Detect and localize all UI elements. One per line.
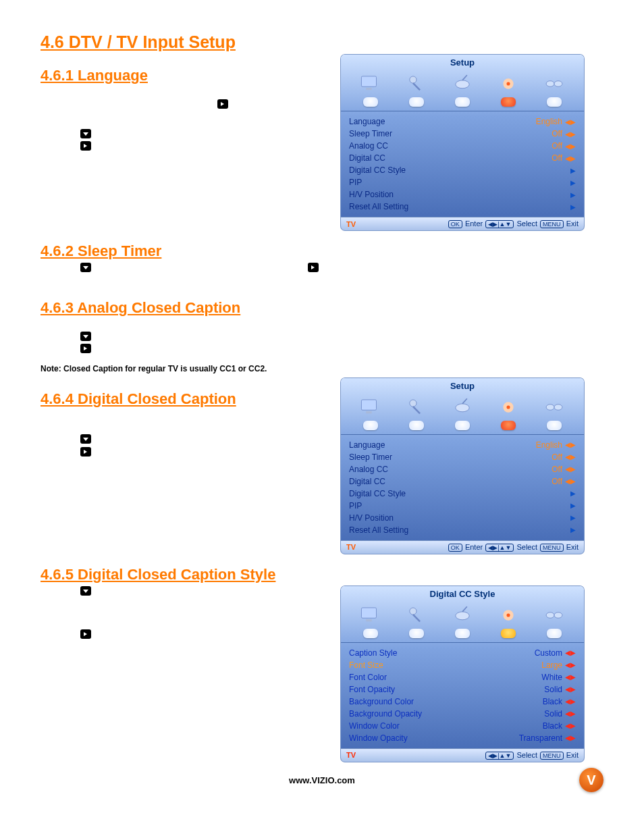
- heading-4-6-1: 4.6.1 Language: [41, 67, 331, 84]
- osd-row-value: Black: [522, 721, 562, 731]
- osd-setup-menu: Setup Language English ◀▶ Sleep Timer Of…: [341, 55, 584, 230]
- osd-title: Setup: [341, 55, 584, 69]
- svg-point-17: [554, 405, 562, 411]
- osd-row-label: Digital CC Style: [349, 165, 522, 175]
- down-arrow-icon: [80, 129, 91, 138]
- paragraph: Press the button to highlight the Sleep …: [41, 263, 603, 287]
- svg-rect-10: [366, 411, 372, 413]
- down-arrow-icon: [80, 586, 91, 596]
- satellite-icon: [449, 72, 476, 96]
- osd-row-value: English: [522, 117, 562, 126]
- osd-row-value: Black: [522, 697, 562, 706]
- osd-row-label: Font Size: [349, 660, 522, 670]
- osd-row-value: English: [522, 440, 562, 450]
- right-arrow-icon: ▶: [565, 203, 576, 211]
- heading-4-6-4: 4.6.4 Digital Closed Caption: [41, 390, 331, 408]
- osd-tab: [455, 97, 470, 107]
- osd-tab: [547, 421, 562, 430]
- osd-row-value: Off: [522, 153, 562, 163]
- osd-row: Reset All Setting ▶: [349, 524, 576, 536]
- osd-row-value: Solid: [522, 709, 562, 719]
- microphone-icon: [403, 395, 430, 419]
- right-arrow-icon: ▶: [565, 167, 576, 174]
- osd-row-label: Font Opacity: [349, 685, 522, 694]
- osd-row-label: H/V Position: [349, 513, 522, 523]
- osd-row: Window Opacity Transparent ◀▶: [349, 732, 576, 744]
- osd-row-label: PIP: [349, 501, 522, 511]
- right-arrow-icon: [80, 629, 91, 639]
- osd-tab: [363, 421, 378, 430]
- tv-icon: [357, 395, 384, 419]
- osd-row-label: Background Opacity: [349, 709, 522, 719]
- lr-arrow-icon: ◀▶: [565, 685, 576, 693]
- osd-source-label: TV: [346, 543, 356, 551]
- osd-row-value: Off: [522, 129, 562, 138]
- svg-line-13: [462, 398, 467, 404]
- osd-row-value: Large: [522, 660, 562, 670]
- ok-key-icon: OK: [448, 544, 462, 552]
- svg-point-7: [546, 81, 554, 87]
- osd-row-label: Reset All Setting: [349, 525, 522, 535]
- microphone-icon: [403, 72, 430, 96]
- svg-rect-0: [361, 76, 376, 86]
- osd-row: Background Opacity Solid ◀▶: [349, 708, 576, 720]
- svg-point-25: [546, 613, 554, 619]
- lr-arrow-icon: ◀▶: [565, 142, 576, 150]
- svg-point-2: [410, 76, 417, 83]
- paragraph: Press the button to select the desired O…: [41, 141, 331, 165]
- osd-row: Font Size Large ◀▶: [349, 659, 576, 671]
- paragraph: When watching digital television (DTV) t…: [41, 411, 331, 434]
- right-arrow-icon: [308, 263, 319, 272]
- osd-row: Language English ◀▶: [349, 439, 576, 451]
- satellite-icon: [449, 603, 476, 627]
- osd-source-label: TV: [346, 220, 356, 228]
- right-arrow-icon: ▶: [565, 191, 576, 199]
- osd-row-value: Off: [522, 141, 562, 151]
- osd-row-value: Solid: [522, 685, 562, 694]
- osd-tab: [409, 629, 424, 638]
- osd-row-label: Window Opacity: [349, 733, 519, 743]
- osd-row: Reset All Setting ▶: [349, 201, 576, 213]
- svg-line-4: [462, 75, 467, 80]
- lr-arrow-icon: ◀▶: [565, 465, 576, 473]
- lr-arrow-icon: ◀▶: [565, 698, 576, 705]
- svg-point-15: [506, 405, 510, 409]
- osd-row-label: Analog CC: [349, 141, 522, 151]
- osd-footer: TV OK Enter ◀▶|▲▼ Select MENU Exit: [341, 540, 584, 554]
- tools-icon: [495, 395, 522, 419]
- osd-row-label: Language: [349, 117, 522, 126]
- osd-row-value: Transparent: [519, 733, 562, 743]
- osd-row: Background Color Black ◀▶: [349, 696, 576, 708]
- osd-row-label: Reset All Setting: [349, 202, 522, 211]
- vizio-logo-icon: V: [579, 768, 603, 792]
- tools-icon: [495, 72, 522, 96]
- osd-row-label: PIP: [349, 178, 522, 187]
- osd-row: Sleep Timer Off ◀▶: [349, 451, 576, 463]
- svg-point-11: [410, 400, 417, 407]
- osd-row-value: Custom: [522, 648, 562, 658]
- nav-key-icon: ◀▶|▲▼: [485, 752, 514, 760]
- down-arrow-icon: [80, 434, 91, 444]
- paragraph: Press the button to highlight the Analog…: [41, 332, 603, 344]
- osd-row: Analog CC Off ◀▶: [349, 463, 576, 475]
- osd-tab: [455, 629, 470, 638]
- osd-row-label: Language: [349, 440, 522, 450]
- osd-row: Sleep Timer Off ◀▶: [349, 128, 576, 140]
- osd-row: Font Opacity Solid ◀▶: [349, 683, 576, 696]
- right-arrow-icon: [217, 99, 228, 109]
- osd-row-label: Digital CC Style: [349, 489, 522, 498]
- osd-row: PIP ▶: [349, 500, 576, 512]
- osd-row-label: Window Color: [349, 721, 522, 731]
- svg-line-22: [462, 606, 467, 612]
- down-arrow-icon: [80, 263, 91, 272]
- lr-arrow-icon: ◀▶: [565, 673, 576, 681]
- right-arrow-icon: ▶: [565, 526, 576, 533]
- osd-footer: TV OK Enter ◀▶|▲▼ Select MENU Exit: [341, 217, 584, 230]
- goggles-icon: [541, 603, 568, 627]
- osd-row: Window Color Black ◀▶: [349, 720, 576, 732]
- osd-tab: [455, 421, 470, 430]
- svg-point-24: [506, 613, 510, 617]
- osd-tab: [501, 629, 516, 638]
- lr-arrow-icon: ◀▶: [565, 661, 576, 669]
- paragraph: Press the button to select the CC1, CC2,…: [41, 344, 603, 357]
